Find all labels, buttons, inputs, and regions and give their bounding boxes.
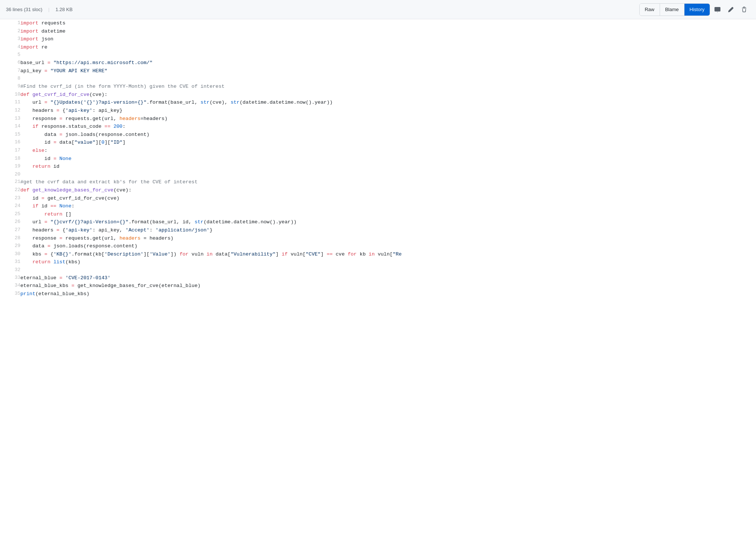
line-code: if id == None: bbox=[20, 202, 756, 210]
line-num: 13 bbox=[0, 115, 20, 123]
line-num: 4 bbox=[0, 43, 20, 51]
line-count: 36 lines (31 sloc) bbox=[6, 7, 42, 12]
table-row: 24 if id == None: bbox=[0, 202, 756, 210]
line-num: 1 bbox=[0, 19, 20, 27]
line-code: api_key = "YOUR API KEY HERE" bbox=[20, 67, 756, 75]
line-code: import re bbox=[20, 43, 756, 51]
line-code: response = requests.get(url, headers = h… bbox=[20, 234, 756, 243]
table-row: 17 else: bbox=[0, 147, 756, 155]
table-row: 21 #get the cvrf data and extract kb's f… bbox=[0, 178, 756, 186]
table-row: 5 bbox=[0, 51, 756, 59]
history-button[interactable]: History bbox=[684, 4, 710, 16]
line-code: return list(kbs) bbox=[20, 258, 756, 266]
line-code: eternal_blue = 'CVE-2017-0143' bbox=[20, 274, 756, 282]
line-num: 5 bbox=[0, 51, 20, 59]
table-row: 14 if response.status_code == 200: bbox=[0, 123, 756, 131]
line-code bbox=[20, 171, 756, 178]
line-num: 16 bbox=[0, 138, 20, 147]
table-row: 13 response = requests.get(url, headers=… bbox=[0, 115, 756, 123]
table-row: 10 def get_cvrf_id_for_cve(cve): bbox=[0, 91, 756, 99]
table-row: 23 id = get_cvrf_id_for_cve(cve) bbox=[0, 194, 756, 203]
line-code: headers = {'api-key': api_key} bbox=[20, 107, 756, 115]
table-row: 22 def get_knowledge_bases_for_cve(cve): bbox=[0, 186, 756, 194]
delete-icon[interactable] bbox=[738, 5, 750, 14]
table-row: 28 response = requests.get(url, headers … bbox=[0, 234, 756, 243]
line-num: 24 bbox=[0, 202, 20, 210]
file-size: 1.28 KB bbox=[56, 7, 73, 12]
desktop-icon[interactable] bbox=[712, 5, 723, 14]
line-num: 10 bbox=[0, 91, 20, 99]
line-code: if response.status_code == 200: bbox=[20, 123, 756, 131]
line-num: 12 bbox=[0, 107, 20, 115]
table-row: 11 url = "{}Updates('{}')?api-version={}… bbox=[0, 99, 756, 107]
line-code: import requests bbox=[20, 19, 756, 27]
line-num: 28 bbox=[0, 234, 20, 243]
line-code: id = None bbox=[20, 155, 756, 163]
line-code: url = "{}Updates('{}')?api-version={}".f… bbox=[20, 99, 756, 107]
line-code: def get_cvrf_id_for_cve(cve): bbox=[20, 91, 756, 99]
line-code: def get_knowledge_bases_for_cve(cve): bbox=[20, 186, 756, 194]
line-num: 3 bbox=[0, 35, 20, 43]
line-code: return [] bbox=[20, 210, 756, 218]
table-row: 18 id = None bbox=[0, 155, 756, 163]
table-row: 3 import json bbox=[0, 35, 756, 43]
table-row: 6 base_url = "https://api.msrc.microsoft… bbox=[0, 59, 756, 67]
line-num: 31 bbox=[0, 258, 20, 266]
table-row: 16 id = data["value"][0]["ID"] bbox=[0, 138, 756, 147]
line-num: 2 bbox=[0, 27, 20, 36]
line-code: else: bbox=[20, 147, 756, 155]
line-code bbox=[20, 51, 756, 59]
table-row: 26 url = "{}cvrf/{}?api-Version={}".form… bbox=[0, 218, 756, 226]
table-row: 25 return [] bbox=[0, 210, 756, 218]
table-row: 7 api_key = "YOUR API KEY HERE" bbox=[0, 67, 756, 75]
line-num: 30 bbox=[0, 250, 20, 258]
line-code: data = json.loads(response.content) bbox=[20, 242, 756, 250]
line-num: 11 bbox=[0, 99, 20, 107]
table-row: 15 data = json.loads(response.content) bbox=[0, 131, 756, 139]
table-row: 19 return id bbox=[0, 163, 756, 171]
code-container: 1 import requests 2 import datetime 3 im… bbox=[0, 19, 756, 298]
line-num: 25 bbox=[0, 210, 20, 218]
line-code: id = data["value"][0]["ID"] bbox=[20, 138, 756, 147]
table-row: 12 headers = {'api-key': api_key} bbox=[0, 107, 756, 115]
line-code: response = requests.get(url, headers=hea… bbox=[20, 115, 756, 123]
line-code: kbs = {'KB{}'.format(kb['Description']['… bbox=[20, 250, 756, 258]
line-num: 20 bbox=[0, 171, 20, 178]
line-num: 8 bbox=[0, 75, 20, 83]
raw-button[interactable]: Raw bbox=[640, 4, 660, 16]
table-row: 20 bbox=[0, 171, 756, 178]
line-code: print(eternal_blue_kbs) bbox=[20, 290, 756, 298]
line-code bbox=[20, 75, 756, 83]
line-code: data = json.loads(response.content) bbox=[20, 131, 756, 139]
line-num: 33 bbox=[0, 274, 20, 282]
line-num: 22 bbox=[0, 186, 20, 194]
line-num: 7 bbox=[0, 67, 20, 75]
line-code bbox=[20, 266, 756, 274]
line-num: 18 bbox=[0, 155, 20, 163]
table-row: 2 import datetime bbox=[0, 27, 756, 36]
line-num: 17 bbox=[0, 147, 20, 155]
line-code: #get the cvrf data and extract kb's for … bbox=[20, 178, 756, 186]
line-code: import datetime bbox=[20, 27, 756, 36]
line-code: import json bbox=[20, 35, 756, 43]
line-code: return id bbox=[20, 163, 756, 171]
edit-icon[interactable] bbox=[725, 5, 737, 14]
table-row: 1 import requests bbox=[0, 19, 756, 27]
line-code: id = get_cvrf_id_for_cve(cve) bbox=[20, 194, 756, 203]
line-num: 26 bbox=[0, 218, 20, 226]
blame-button[interactable]: Blame bbox=[660, 4, 684, 16]
line-num: 27 bbox=[0, 226, 20, 234]
table-row: 8 bbox=[0, 75, 756, 83]
table-row: 34 eternal_blue_kbs = get_knowledge_base… bbox=[0, 282, 756, 290]
table-row: 33 eternal_blue = 'CVE-2017-0143' bbox=[0, 274, 756, 282]
line-num: 23 bbox=[0, 194, 20, 203]
line-num: 19 bbox=[0, 163, 20, 171]
file-toolbar: 36 lines (31 sloc) | 1.28 KB Raw Blame H… bbox=[0, 0, 756, 19]
line-num: 15 bbox=[0, 131, 20, 139]
line-num: 14 bbox=[0, 123, 20, 131]
line-code: eternal_blue_kbs = get_knowledge_bases_f… bbox=[20, 282, 756, 290]
table-row: 29 data = json.loads(response.content) bbox=[0, 242, 756, 250]
table-row: 27 headers = {'api-key': api_key, 'Accep… bbox=[0, 226, 756, 234]
line-num: 29 bbox=[0, 242, 20, 250]
line-code: base_url = "https://api.msrc.microsoft.c… bbox=[20, 59, 756, 67]
